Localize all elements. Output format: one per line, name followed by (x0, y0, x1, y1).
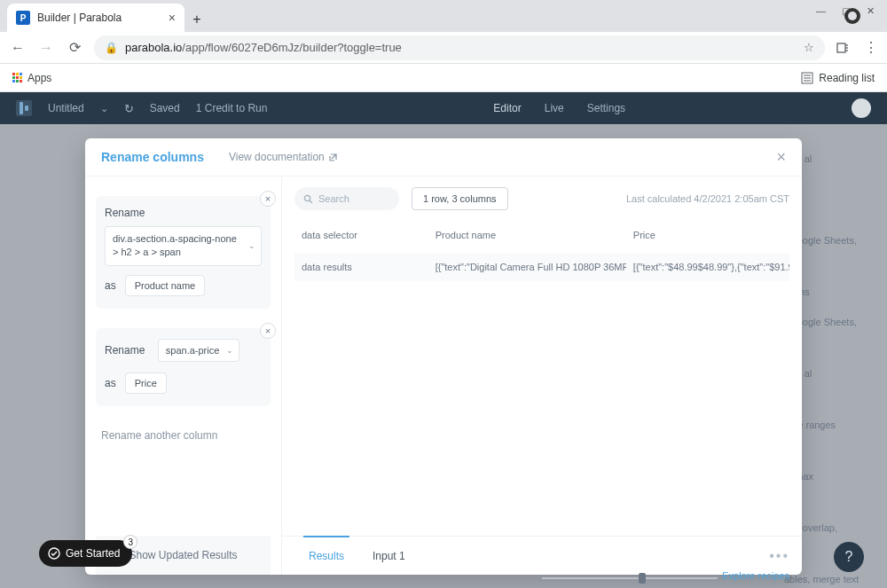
svg-point-10 (49, 548, 59, 559)
reading-list-icon (801, 72, 813, 84)
rename-rule: × Rename span.a-price ⌄ as Price (96, 328, 271, 406)
tab-title: Builder | Parabola (37, 12, 122, 24)
url-input[interactable]: 🔒 parabola.io/app/flow/6027eD6mJz/builde… (94, 35, 825, 60)
tab-input-1[interactable]: Input 1 (358, 537, 420, 575)
chevron-down-icon[interactable]: ⌄ (100, 103, 108, 114)
column-header[interactable]: Product name (428, 221, 626, 253)
credits-label: 1 Credit to Run (196, 102, 268, 114)
table-cell: [{"text":"Digital Camera Full HD 1080P 3… (428, 253, 626, 281)
menu-icon[interactable]: ⋮ (864, 39, 878, 56)
close-tab-icon[interactable]: × (169, 11, 176, 25)
modal-header: Rename columns View documentation × (85, 138, 802, 176)
tab-results[interactable]: Results (294, 537, 358, 575)
view-documentation-link[interactable]: View documentation (229, 151, 338, 163)
tab-settings[interactable]: Settings (587, 102, 625, 114)
search-icon (303, 194, 313, 204)
rules-panel: × Rename div.a-section.a-spacing-none > … (85, 176, 282, 575)
parabola-logo-icon[interactable] (16, 100, 32, 116)
back-button[interactable]: ← (9, 40, 27, 56)
rename-columns-modal: Rename columns View documentation × × Re… (85, 138, 802, 575)
checklist-icon (48, 547, 60, 560)
remove-rule-button[interactable]: × (260, 323, 276, 339)
row-column-summary[interactable]: 1 row, 3 columns (412, 187, 508, 210)
browser-tab[interactable]: P Builder | Parabola × (7, 4, 184, 32)
help-button[interactable]: ? (834, 542, 864, 572)
last-calculated-label: Last calculated 4/2/2021 2:05am CST (626, 193, 789, 204)
source-column-select[interactable]: span.a-price ⌄ (158, 339, 240, 362)
rename-rule: × Rename div.a-section.a-spacing-none > … (96, 196, 271, 309)
star-icon[interactable]: ☆ (804, 41, 814, 54)
table-row[interactable]: data results [{"text":"Digital Camera Fu… (294, 253, 789, 281)
flow-refresh-icon[interactable]: ↻ (124, 102, 134, 115)
get-started-button[interactable]: Get Started 3 (39, 540, 132, 567)
close-window-icon[interactable]: ✕ (867, 5, 875, 12)
table-cell: [{"text":"$48.99$48.99"},{"text":"$91.99 (626, 253, 789, 281)
lock-icon: 🔒 (105, 42, 118, 54)
saved-status: Saved (150, 102, 180, 114)
more-options-icon[interactable]: ••• (769, 548, 789, 564)
svg-rect-0 (837, 43, 845, 52)
rule-label: Rename (105, 344, 145, 357)
minimize-icon[interactable]: — (816, 5, 826, 12)
app-viewport: Untitled ⌄ ↻ Saved 1 Credit to Run Edito… (0, 92, 887, 588)
chevron-down-icon: ⌄ (226, 346, 233, 355)
reload-button[interactable]: ⟳ (66, 39, 83, 56)
zoom-slider[interactable] (541, 576, 718, 581)
reading-list-button[interactable]: Reading list (801, 72, 875, 84)
preview-toolbar: Search 1 row, 3 columns Last calculated … (282, 176, 802, 221)
close-modal-button[interactable]: × (776, 148, 786, 167)
target-name-input[interactable]: Product name (125, 275, 205, 296)
table-header-row: data selector Product name Price (294, 221, 789, 253)
media-icon[interactable] (836, 41, 850, 55)
preview-search-input[interactable]: Search (294, 187, 399, 210)
column-header[interactable]: Price (626, 221, 789, 253)
browser-tab-strip: P Builder | Parabola × + (0, 0, 887, 32)
chevron-down-icon: ⌄ (248, 240, 255, 252)
external-link-icon (328, 153, 338, 162)
flow-name[interactable]: Untitled (48, 102, 84, 114)
preview-panel: Search 1 row, 3 columns Last calculated … (282, 176, 802, 575)
url-text: parabola.io/app/flow/6027eD6mJz/builder?… (125, 41, 402, 54)
user-avatar[interactable] (852, 98, 871, 118)
apps-grid-icon (12, 73, 22, 82)
tab-live[interactable]: Live (545, 102, 564, 114)
column-header[interactable]: data selector (294, 221, 428, 253)
explore-recipes-link[interactable]: Explore recipes (722, 570, 789, 581)
source-column-select[interactable]: div.a-section.a-spacing-none > h2 > a > … (105, 226, 262, 266)
browser-address-bar: ← → ⟳ 🔒 parabola.io/app/flow/6027eD6mJz/… (0, 32, 887, 64)
rule-label: Rename (105, 207, 262, 219)
add-rule-button[interactable]: Rename another column (96, 426, 271, 445)
svg-point-8 (304, 195, 310, 200)
app-mode-tabs: Editor Live Settings (493, 102, 625, 114)
modal-body: × Rename div.a-section.a-spacing-none > … (85, 176, 802, 575)
new-tab-button[interactable]: + (184, 7, 209, 32)
preview-table: data selector Product name Price data re… (282, 221, 802, 536)
modal-title: Rename columns (101, 150, 204, 164)
target-name-input[interactable]: Price (125, 372, 167, 394)
table-cell: data results (294, 253, 428, 281)
tab-editor[interactable]: Editor (493, 102, 521, 114)
as-label: as (105, 279, 116, 292)
preview-tab-bar: Results Input 1 ••• (282, 536, 802, 575)
svg-line-9 (310, 200, 312, 203)
profile-avatar-icon[interactable] (844, 8, 860, 24)
slider-thumb[interactable] (639, 573, 646, 584)
remove-rule-button[interactable]: × (260, 191, 276, 207)
favicon-icon: P (16, 11, 30, 25)
app-header: Untitled ⌄ ↻ Saved 1 Credit to Run Edito… (0, 92, 887, 124)
bookmark-bar: Apps Reading list (0, 64, 887, 92)
forward-button[interactable]: → (37, 40, 55, 56)
apps-shortcut[interactable]: Apps (12, 72, 51, 84)
as-label: as (105, 377, 116, 389)
